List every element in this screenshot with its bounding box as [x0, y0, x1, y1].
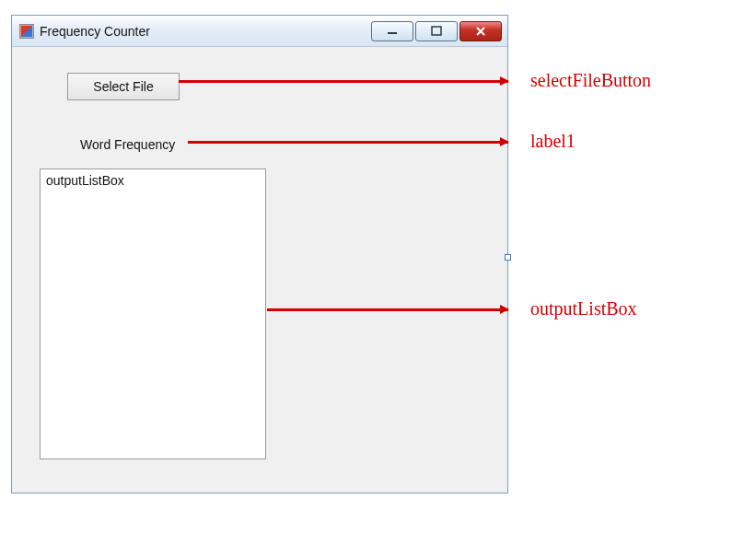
word-frequency-label: Word Frequency	[80, 137, 175, 152]
titlebar[interactable]: Frequency Counter	[12, 16, 507, 47]
list-item[interactable]: outputListBox	[46, 173, 260, 188]
window-buttons	[371, 21, 502, 41]
select-file-button[interactable]: Select File	[67, 73, 180, 100]
maximize-button[interactable]	[415, 21, 458, 41]
app-icon	[19, 24, 34, 39]
resize-handle-icon[interactable]	[505, 254, 511, 261]
svg-rect-0	[388, 32, 397, 34]
maximize-icon	[430, 26, 443, 37]
app-window: Frequency Counter Select File Word Frequ…	[11, 15, 508, 493]
annotation-line	[188, 141, 508, 144]
annotation-line	[267, 308, 508, 311]
annotation-label: outputListBox	[530, 298, 637, 319]
svg-rect-1	[432, 27, 441, 35]
close-button[interactable]	[459, 21, 502, 41]
client-area: Select File Word Frequency outputListBox	[12, 47, 507, 493]
window-title: Frequency Counter	[40, 24, 371, 39]
minimize-icon	[386, 27, 399, 36]
close-icon	[474, 26, 487, 37]
minimize-button[interactable]	[371, 21, 413, 41]
output-listbox[interactable]: outputListBox	[40, 168, 266, 459]
annotation-line	[179, 80, 508, 83]
annotation-label: selectFileButton	[530, 70, 651, 91]
annotation-label: label1	[530, 131, 576, 152]
